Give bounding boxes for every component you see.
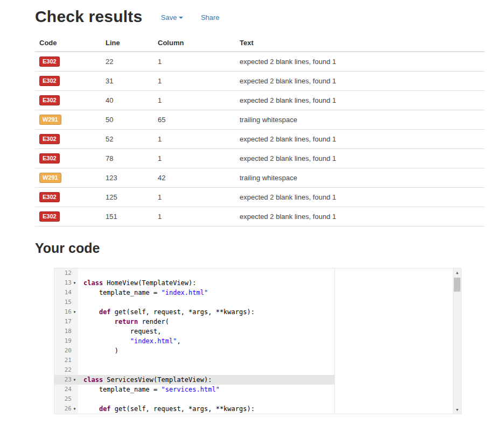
text-cell: expected 2 blank lines, found 1 (235, 72, 485, 91)
code-text[interactable]: class ServicesView(TemplateView): (78, 375, 453, 385)
table-row: E302521expected 2 blank lines, found 1 (35, 130, 485, 149)
code-line[interactable]: 19 "index.html", (54, 336, 453, 346)
line-number: 14 (54, 288, 78, 298)
line-cell: 31 (101, 72, 153, 91)
column-cell: 1 (153, 149, 235, 168)
code-line[interactable]: 13▾class HomeView(TemplateView): (54, 278, 453, 288)
text-cell: expected 2 blank lines, found 1 (235, 207, 485, 226)
error-code-badge: E302 (39, 211, 60, 222)
print-margin-ruler (334, 268, 335, 414)
line-cell: 50 (101, 110, 153, 130)
line-cell: 151 (101, 207, 153, 226)
code-cell: W291 (35, 110, 101, 130)
page-title: Check results (35, 8, 142, 26)
error-code-badge: E302 (39, 192, 60, 202)
code-line[interactable]: 21 (54, 356, 453, 365)
code-text[interactable]: "index.html", (78, 336, 453, 346)
code-line[interactable]: 14 template_name = "index.html" (54, 288, 453, 298)
column-cell: 1 (153, 52, 235, 72)
line-number: 12 (54, 268, 78, 278)
code-line[interactable]: 24 template_name = "services.html" (54, 385, 453, 394)
editor-lines[interactable]: 1213▾class HomeView(TemplateView):14 tem… (54, 268, 453, 414)
code-text[interactable]: template_name = "services.html" (78, 385, 453, 394)
header-links: Save Share (161, 12, 235, 22)
error-code-badge: E302 (39, 134, 60, 144)
code-cell: E302 (35, 188, 101, 207)
code-text[interactable] (78, 356, 453, 365)
code-text[interactable]: class HomeView(TemplateView): (78, 278, 453, 288)
code-line[interactable]: 26▾ def get(self, request, *args, **kwar… (54, 404, 453, 414)
text-cell: trailing whitespace (235, 168, 485, 188)
table-row: E302401expected 2 blank lines, found 1 (35, 91, 485, 110)
scroll-down-icon[interactable]: ▼ (453, 406, 461, 414)
code-line[interactable]: 16▾ def get(self, request, *args, **kwar… (54, 307, 453, 317)
column-cell: 65 (153, 110, 235, 130)
line-cell: 125 (101, 188, 153, 207)
fold-icon[interactable]: ▾ (72, 404, 78, 414)
code-text[interactable] (78, 268, 453, 278)
code-text[interactable] (78, 394, 453, 404)
code-line[interactable]: 25 (54, 394, 453, 404)
table-row: E302311expected 2 blank lines, found 1 (35, 72, 485, 91)
code-text[interactable] (78, 365, 453, 375)
fold-icon[interactable]: ▾ (72, 278, 78, 288)
scroll-up-icon[interactable]: ▲ (453, 268, 461, 277)
column-cell: 1 (153, 188, 235, 207)
your-code-title: Your code (35, 240, 504, 256)
line-number: 22 (54, 365, 78, 375)
text-cell: expected 2 blank lines, found 1 (235, 91, 485, 110)
code-editor[interactable]: 1213▾class HomeView(TemplateView):14 tem… (54, 268, 461, 414)
text-cell: expected 2 blank lines, found 1 (235, 149, 485, 168)
results-table: Code Line Column Text E302221expected 2 … (35, 34, 485, 226)
table-header-row: Code Line Column Text (35, 34, 485, 52)
line-cell: 52 (101, 130, 153, 149)
code-text[interactable]: ) (78, 346, 453, 356)
code-cell: E302 (35, 207, 101, 226)
code-cell: E302 (35, 91, 101, 110)
share-link[interactable]: Share (201, 13, 220, 22)
text-cell: expected 2 blank lines, found 1 (235, 52, 485, 72)
results-table-body: E302221expected 2 blank lines, found 1E3… (35, 52, 485, 226)
warning-code-badge: W291 (39, 115, 61, 125)
line-number: 23▾ (54, 375, 78, 385)
code-text[interactable]: def get(self, request, *args, **kwargs): (78, 307, 453, 317)
code-line[interactable]: 20 ) (54, 346, 453, 356)
code-text[interactable]: template_name = "index.html" (78, 288, 453, 298)
line-cell: 78 (101, 149, 153, 168)
code-text[interactable]: def get(self, request, *args, **kwargs): (78, 404, 453, 414)
caret-down-icon (179, 17, 183, 19)
code-text[interactable]: return render( (78, 317, 453, 327)
column-cell: 42 (153, 168, 235, 188)
line-number: 16▾ (54, 307, 78, 317)
col-header-line: Line (101, 34, 153, 52)
code-line[interactable]: 22 (54, 365, 453, 375)
code-cell: E302 (35, 149, 101, 168)
code-text[interactable]: request, (78, 327, 453, 336)
scrollbar-thumb[interactable] (454, 278, 460, 292)
save-dropdown[interactable]: Save (161, 13, 184, 22)
line-number: 25 (54, 394, 78, 404)
code-line[interactable]: 15 (54, 298, 453, 307)
code-line[interactable]: 12 (54, 268, 453, 278)
col-header-column: Column (153, 34, 235, 52)
page-header: Check results Save Share (0, 0, 504, 26)
line-number: 24 (54, 385, 78, 394)
error-code-badge: E302 (39, 76, 60, 86)
code-cell: W291 (35, 168, 101, 188)
table-row: E302781expected 2 blank lines, found 1 (35, 149, 485, 168)
table-row: E3021251expected 2 blank lines, found 1 (35, 188, 485, 207)
error-code-badge: E302 (39, 56, 60, 67)
column-cell: 1 (153, 207, 235, 226)
line-cell: 22 (101, 52, 153, 72)
fold-icon[interactable]: ▾ (72, 307, 78, 317)
col-header-code: Code (35, 34, 101, 52)
fold-icon[interactable]: ▾ (72, 375, 78, 385)
editor-scrollbar[interactable]: ▲ ▼ (453, 268, 461, 414)
table-row: W2915065trailing whitespace (35, 110, 485, 130)
code-line-active[interactable]: 23▾class ServicesView(TemplateView): (54, 375, 453, 385)
code-line[interactable]: 17 return render( (54, 317, 453, 327)
line-number: 15 (54, 298, 78, 307)
text-cell: expected 2 blank lines, found 1 (235, 188, 485, 207)
code-text[interactable] (78, 298, 453, 307)
code-line[interactable]: 18 request, (54, 327, 453, 336)
